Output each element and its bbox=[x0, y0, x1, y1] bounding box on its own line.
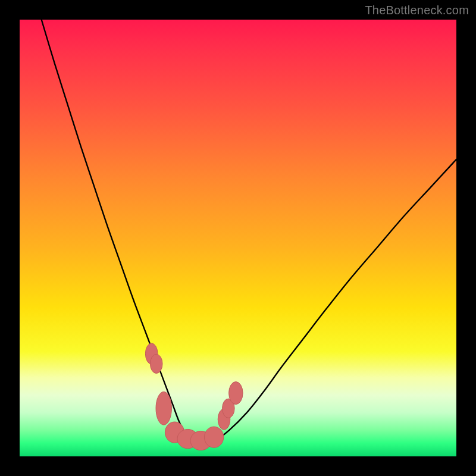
watermark-text: TheBottleneck.com bbox=[365, 4, 469, 17]
curve-markers bbox=[145, 343, 243, 450]
curve-marker bbox=[229, 381, 243, 404]
chart-frame: TheBottleneck.com bbox=[0, 0, 476, 476]
chart-plot-area bbox=[20, 20, 456, 456]
curve-marker bbox=[150, 354, 162, 373]
curve-marker bbox=[204, 427, 223, 447]
bottleneck-curve bbox=[42, 20, 456, 441]
chart-svg bbox=[20, 20, 456, 456]
curve-marker bbox=[156, 392, 171, 425]
